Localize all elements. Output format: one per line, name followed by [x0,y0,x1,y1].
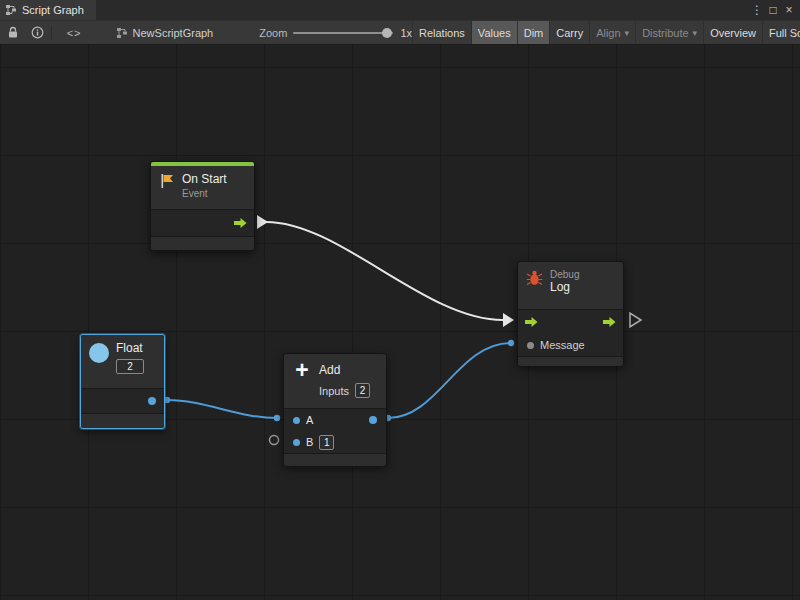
graph-asset-icon [116,27,128,39]
log-control-output-unconnected[interactable] [630,313,641,327]
tab-bar-spacer [96,0,749,20]
node-add[interactable]: + Add Inputs 2 A B 1 [283,353,387,466]
port-row-a: A [284,409,386,431]
control-output-port[interactable] [603,316,616,328]
node-ports: A B 1 [284,408,386,453]
graph-canvas[interactable]: On Start Event Debug [0,45,800,600]
node-ports [151,209,254,236]
overview-button[interactable]: Overview [703,21,762,44]
lock-button[interactable] [7,26,19,39]
node-header: Float 2 [81,335,164,388]
node-footer [151,236,254,250]
fullscreen-button[interactable]: Full Screen [762,21,800,44]
carry-button[interactable]: Carry [549,21,589,44]
node-header: Debug Log [518,262,623,309]
relations-button[interactable]: Relations [412,21,471,44]
inputs-label: Inputs [319,385,349,397]
control-port-row [518,310,623,334]
message-port-label: Message [540,339,585,351]
node-footer [284,453,386,466]
chevron-down-icon: ▾ [625,28,630,38]
maximize-icon[interactable]: □ [765,0,781,20]
bug-icon [526,269,543,286]
add-icon: + [292,360,312,380]
wire-layer [0,45,800,600]
graph-toolbar: <> NewScriptGraph Zoom 1x Relations [0,20,800,45]
node-title: Log [550,281,579,294]
inputs-count-field[interactable]: 2 [355,383,370,398]
close-icon[interactable]: × [781,0,797,20]
node-footer [518,356,623,366]
node-ports [81,388,164,413]
wire-endpoint [508,340,514,346]
port-b-label: B [306,436,313,448]
tab-bar: Script Graph ⋮ □ × [0,0,800,20]
lock-icon [7,26,19,39]
node-title: Add [319,364,340,377]
message-input-port[interactable] [527,342,534,349]
values-button[interactable]: Values [471,21,517,44]
port-a-label: A [306,414,313,426]
flag-icon [159,173,175,189]
code-preview-button[interactable]: <> [67,27,82,39]
wire-endpoint [274,415,280,421]
node-float[interactable]: Float 2 [80,334,165,429]
distribute-button: Distribute▾ [635,21,703,44]
zoom-label: Zoom [259,27,287,39]
node-on-start[interactable]: On Start Event [150,161,255,251]
window-menu-icon[interactable]: ⋮ [749,0,765,20]
float-output-port[interactable] [148,397,156,405]
node-title: On Start [182,173,227,186]
zoom-control: Zoom 1x [259,27,412,39]
toolbar-divider [51,26,52,40]
toolbar-left: <> NewScriptGraph Zoom 1x [0,21,412,44]
add-b-unconnected-port[interactable] [270,436,279,445]
node-footer [81,413,164,428]
port-row-b: B 1 [284,431,386,453]
b-value-field[interactable]: 1 [319,435,334,450]
wire-onstart-to-log[interactable] [266,222,503,320]
float-type-icon [89,343,109,363]
tab-title: Script Graph [22,4,84,16]
add-output-port[interactable] [369,416,377,424]
node-ports: Message [518,309,623,356]
dim-button[interactable]: Dim [517,21,550,44]
zoom-slider-handle[interactable] [382,28,392,38]
float-value-field[interactable]: 2 [116,359,144,374]
chevron-down-icon: ▾ [693,28,698,38]
input-a-port[interactable] [293,417,300,424]
control-input-port[interactable] [525,316,538,328]
toolbar-buttons: Relations Values Dim Carry Align▾ Distri… [412,21,800,44]
script-graph-window: Script Graph ⋮ □ × [0,0,800,600]
window-controls: ⋮ □ × [749,0,800,20]
wire-add-to-message[interactable] [388,343,511,418]
zoom-value: 1x [400,27,412,39]
script-graph-icon [5,4,17,16]
node-subtitle: Event [182,188,227,200]
tab-script-graph[interactable]: Script Graph [0,0,96,20]
input-b-port[interactable] [293,439,300,446]
node-header: + Add Inputs 2 [284,354,386,408]
message-port-row: Message [518,334,623,356]
control-output-port[interactable] [234,217,247,229]
node-title: Float [116,342,144,355]
node-header: On Start Event [151,166,254,209]
align-button: Align▾ [589,21,635,44]
wire-float-to-add-a[interactable] [167,400,277,418]
graph-name-group: NewScriptGraph [116,27,214,39]
inspect-button[interactable] [31,26,44,39]
wire-arrowhead [503,313,514,327]
info-icon [31,26,44,39]
graph-name-label: NewScriptGraph [133,27,214,39]
zoom-slider[interactable] [293,32,393,34]
node-debug-log[interactable]: Debug Log Message [517,261,624,366]
